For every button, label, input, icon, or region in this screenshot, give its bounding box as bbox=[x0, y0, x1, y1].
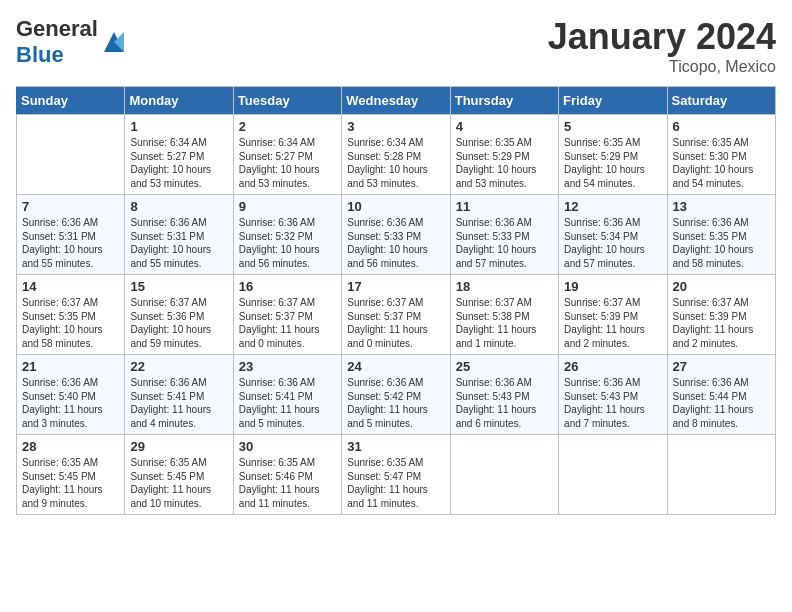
calendar-cell: 19Sunrise: 6:37 AM Sunset: 5:39 PM Dayli… bbox=[559, 275, 667, 355]
logo-text: General Blue bbox=[16, 16, 98, 68]
day-info: Sunrise: 6:35 AM Sunset: 5:47 PM Dayligh… bbox=[347, 456, 444, 510]
day-info: Sunrise: 6:36 AM Sunset: 5:34 PM Dayligh… bbox=[564, 216, 661, 270]
day-number: 2 bbox=[239, 119, 336, 134]
day-number: 1 bbox=[130, 119, 227, 134]
day-info: Sunrise: 6:35 AM Sunset: 5:45 PM Dayligh… bbox=[130, 456, 227, 510]
day-info: Sunrise: 6:37 AM Sunset: 5:39 PM Dayligh… bbox=[564, 296, 661, 350]
weekday-header-tuesday: Tuesday bbox=[233, 87, 341, 115]
day-info: Sunrise: 6:36 AM Sunset: 5:33 PM Dayligh… bbox=[456, 216, 553, 270]
day-number: 19 bbox=[564, 279, 661, 294]
calendar-cell: 31Sunrise: 6:35 AM Sunset: 5:47 PM Dayli… bbox=[342, 435, 450, 515]
location-title: Ticopo, Mexico bbox=[548, 58, 776, 76]
calendar-week-3: 14Sunrise: 6:37 AM Sunset: 5:35 PM Dayli… bbox=[17, 275, 776, 355]
day-number: 9 bbox=[239, 199, 336, 214]
calendar-cell: 26Sunrise: 6:36 AM Sunset: 5:43 PM Dayli… bbox=[559, 355, 667, 435]
calendar-cell: 23Sunrise: 6:36 AM Sunset: 5:41 PM Dayli… bbox=[233, 355, 341, 435]
day-number: 29 bbox=[130, 439, 227, 454]
day-number: 17 bbox=[347, 279, 444, 294]
calendar-cell bbox=[559, 435, 667, 515]
calendar-week-5: 28Sunrise: 6:35 AM Sunset: 5:45 PM Dayli… bbox=[17, 435, 776, 515]
day-info: Sunrise: 6:35 AM Sunset: 5:29 PM Dayligh… bbox=[564, 136, 661, 190]
calendar-cell: 2Sunrise: 6:34 AM Sunset: 5:27 PM Daylig… bbox=[233, 115, 341, 195]
calendar-week-2: 7Sunrise: 6:36 AM Sunset: 5:31 PM Daylig… bbox=[17, 195, 776, 275]
day-number: 24 bbox=[347, 359, 444, 374]
day-info: Sunrise: 6:36 AM Sunset: 5:41 PM Dayligh… bbox=[130, 376, 227, 430]
day-info: Sunrise: 6:35 AM Sunset: 5:45 PM Dayligh… bbox=[22, 456, 119, 510]
day-info: Sunrise: 6:35 AM Sunset: 5:30 PM Dayligh… bbox=[673, 136, 770, 190]
calendar-cell: 22Sunrise: 6:36 AM Sunset: 5:41 PM Dayli… bbox=[125, 355, 233, 435]
calendar-cell bbox=[17, 115, 125, 195]
calendar-cell bbox=[667, 435, 775, 515]
calendar-cell: 12Sunrise: 6:36 AM Sunset: 5:34 PM Dayli… bbox=[559, 195, 667, 275]
calendar-cell: 3Sunrise: 6:34 AM Sunset: 5:28 PM Daylig… bbox=[342, 115, 450, 195]
calendar-cell: 25Sunrise: 6:36 AM Sunset: 5:43 PM Dayli… bbox=[450, 355, 558, 435]
calendar-cell: 4Sunrise: 6:35 AM Sunset: 5:29 PM Daylig… bbox=[450, 115, 558, 195]
calendar-cell: 24Sunrise: 6:36 AM Sunset: 5:42 PM Dayli… bbox=[342, 355, 450, 435]
day-number: 15 bbox=[130, 279, 227, 294]
day-info: Sunrise: 6:36 AM Sunset: 5:35 PM Dayligh… bbox=[673, 216, 770, 270]
calendar-cell: 10Sunrise: 6:36 AM Sunset: 5:33 PM Dayli… bbox=[342, 195, 450, 275]
day-number: 31 bbox=[347, 439, 444, 454]
logo-general: General bbox=[16, 16, 98, 41]
day-number: 20 bbox=[673, 279, 770, 294]
calendar-cell: 14Sunrise: 6:37 AM Sunset: 5:35 PM Dayli… bbox=[17, 275, 125, 355]
calendar-cell: 1Sunrise: 6:34 AM Sunset: 5:27 PM Daylig… bbox=[125, 115, 233, 195]
day-number: 3 bbox=[347, 119, 444, 134]
day-number: 5 bbox=[564, 119, 661, 134]
calendar-cell: 6Sunrise: 6:35 AM Sunset: 5:30 PM Daylig… bbox=[667, 115, 775, 195]
logo: General Blue bbox=[16, 16, 128, 68]
day-number: 30 bbox=[239, 439, 336, 454]
month-title: January 2024 bbox=[548, 16, 776, 58]
calendar-cell: 15Sunrise: 6:37 AM Sunset: 5:36 PM Dayli… bbox=[125, 275, 233, 355]
calendar-cell: 13Sunrise: 6:36 AM Sunset: 5:35 PM Dayli… bbox=[667, 195, 775, 275]
calendar-table: SundayMondayTuesdayWednesdayThursdayFrid… bbox=[16, 86, 776, 515]
day-number: 13 bbox=[673, 199, 770, 214]
day-number: 14 bbox=[22, 279, 119, 294]
day-info: Sunrise: 6:36 AM Sunset: 5:33 PM Dayligh… bbox=[347, 216, 444, 270]
day-info: Sunrise: 6:35 AM Sunset: 5:29 PM Dayligh… bbox=[456, 136, 553, 190]
weekday-header-row: SundayMondayTuesdayWednesdayThursdayFrid… bbox=[17, 87, 776, 115]
weekday-header-monday: Monday bbox=[125, 87, 233, 115]
calendar-cell: 21Sunrise: 6:36 AM Sunset: 5:40 PM Dayli… bbox=[17, 355, 125, 435]
weekday-header-thursday: Thursday bbox=[450, 87, 558, 115]
weekday-header-saturday: Saturday bbox=[667, 87, 775, 115]
day-number: 22 bbox=[130, 359, 227, 374]
weekday-header-wednesday: Wednesday bbox=[342, 87, 450, 115]
day-number: 12 bbox=[564, 199, 661, 214]
day-info: Sunrise: 6:37 AM Sunset: 5:39 PM Dayligh… bbox=[673, 296, 770, 350]
calendar-cell bbox=[450, 435, 558, 515]
day-number: 4 bbox=[456, 119, 553, 134]
day-info: Sunrise: 6:37 AM Sunset: 5:36 PM Dayligh… bbox=[130, 296, 227, 350]
day-info: Sunrise: 6:34 AM Sunset: 5:28 PM Dayligh… bbox=[347, 136, 444, 190]
day-info: Sunrise: 6:37 AM Sunset: 5:35 PM Dayligh… bbox=[22, 296, 119, 350]
day-info: Sunrise: 6:34 AM Sunset: 5:27 PM Dayligh… bbox=[239, 136, 336, 190]
logo-icon bbox=[100, 28, 128, 56]
logo-blue: Blue bbox=[16, 42, 64, 67]
calendar-week-1: 1Sunrise: 6:34 AM Sunset: 5:27 PM Daylig… bbox=[17, 115, 776, 195]
calendar-cell: 5Sunrise: 6:35 AM Sunset: 5:29 PM Daylig… bbox=[559, 115, 667, 195]
title-block: January 2024 Ticopo, Mexico bbox=[548, 16, 776, 76]
day-number: 23 bbox=[239, 359, 336, 374]
day-info: Sunrise: 6:36 AM Sunset: 5:42 PM Dayligh… bbox=[347, 376, 444, 430]
calendar-cell: 30Sunrise: 6:35 AM Sunset: 5:46 PM Dayli… bbox=[233, 435, 341, 515]
day-number: 10 bbox=[347, 199, 444, 214]
day-info: Sunrise: 6:36 AM Sunset: 5:40 PM Dayligh… bbox=[22, 376, 119, 430]
calendar-cell: 20Sunrise: 6:37 AM Sunset: 5:39 PM Dayli… bbox=[667, 275, 775, 355]
calendar-cell: 16Sunrise: 6:37 AM Sunset: 5:37 PM Dayli… bbox=[233, 275, 341, 355]
day-info: Sunrise: 6:37 AM Sunset: 5:37 PM Dayligh… bbox=[347, 296, 444, 350]
calendar-cell: 8Sunrise: 6:36 AM Sunset: 5:31 PM Daylig… bbox=[125, 195, 233, 275]
day-info: Sunrise: 6:36 AM Sunset: 5:41 PM Dayligh… bbox=[239, 376, 336, 430]
day-info: Sunrise: 6:37 AM Sunset: 5:37 PM Dayligh… bbox=[239, 296, 336, 350]
calendar-cell: 9Sunrise: 6:36 AM Sunset: 5:32 PM Daylig… bbox=[233, 195, 341, 275]
day-info: Sunrise: 6:37 AM Sunset: 5:38 PM Dayligh… bbox=[456, 296, 553, 350]
day-number: 28 bbox=[22, 439, 119, 454]
day-info: Sunrise: 6:36 AM Sunset: 5:32 PM Dayligh… bbox=[239, 216, 336, 270]
calendar-cell: 7Sunrise: 6:36 AM Sunset: 5:31 PM Daylig… bbox=[17, 195, 125, 275]
calendar-cell: 18Sunrise: 6:37 AM Sunset: 5:38 PM Dayli… bbox=[450, 275, 558, 355]
day-number: 18 bbox=[456, 279, 553, 294]
day-info: Sunrise: 6:34 AM Sunset: 5:27 PM Dayligh… bbox=[130, 136, 227, 190]
day-info: Sunrise: 6:36 AM Sunset: 5:31 PM Dayligh… bbox=[22, 216, 119, 270]
calendar-cell: 29Sunrise: 6:35 AM Sunset: 5:45 PM Dayli… bbox=[125, 435, 233, 515]
day-number: 6 bbox=[673, 119, 770, 134]
day-info: Sunrise: 6:36 AM Sunset: 5:44 PM Dayligh… bbox=[673, 376, 770, 430]
